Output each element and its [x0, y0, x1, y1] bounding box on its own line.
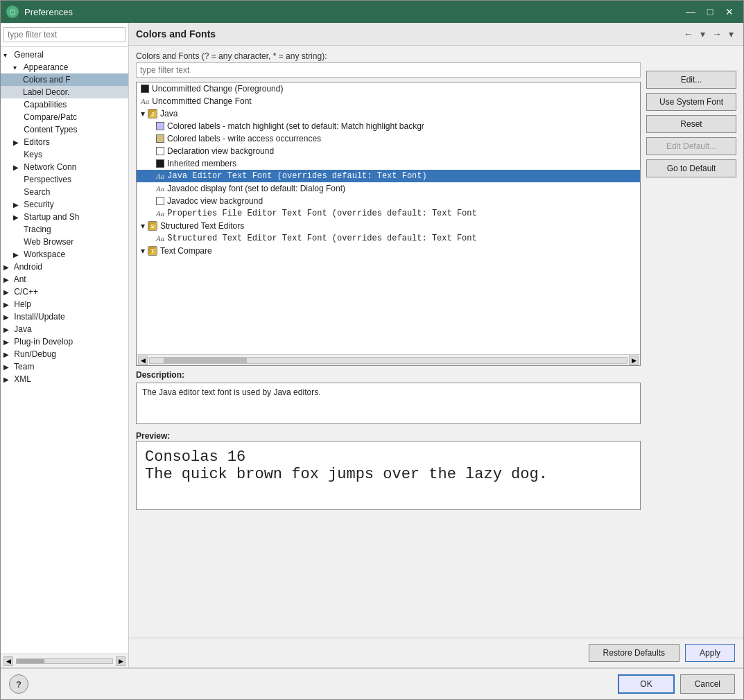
sidebar-item-network[interactable]: ▶ Network Conn: [1, 161, 128, 173]
reset-button[interactable]: Reset: [646, 115, 736, 133]
sidebar-item-workspace[interactable]: ▶ Workspace: [1, 248, 128, 261]
sidebar-item-java[interactable]: ▶ Java: [1, 323, 128, 335]
list-item[interactable]: Inherited members: [137, 157, 640, 170]
font-list-scrollbar: ◀ ▶: [137, 354, 640, 365]
apply-button[interactable]: Apply: [685, 644, 735, 662]
panel-nav: ← ▾ → ▾: [681, 27, 736, 41]
list-item-category-structured[interactable]: ▾ S Structured Text Editors: [137, 220, 640, 232]
edit-default-button[interactable]: Edit Default...: [646, 137, 736, 155]
sidebar-scrollbar: ◀ ▶: [1, 654, 128, 667]
ok-button[interactable]: OK: [618, 674, 674, 694]
font-list-container: Uncommitted Change (Foreground) Aa Uncom…: [136, 82, 641, 366]
dialog-action-buttons: OK Cancel: [618, 674, 735, 694]
list-item-java-editor-font[interactable]: Aa Java Editor Text Font (overrides defa…: [137, 170, 640, 182]
list-item[interactable]: Aa Properties File Editor Text Font (ove…: [137, 207, 640, 220]
list-item[interactable]: Javadoc view background: [137, 195, 640, 207]
help-button[interactable]: ?: [9, 674, 28, 694]
list-item[interactable]: Uncommitted Change (Foreground): [137, 82, 640, 95]
minimize-button[interactable]: —: [682, 3, 699, 20]
content-filter-input[interactable]: [136, 62, 641, 78]
list-item[interactable]: Aa Uncommitted Change Font: [137, 95, 640, 107]
sidebar-scroll-right[interactable]: ▶: [116, 656, 126, 666]
sidebar-tree: ▾ General ▾ Appearance Colors and F Labe…: [1, 47, 128, 654]
sidebar-item-capabilities[interactable]: Capabilities: [1, 98, 128, 111]
color-square-icon: [141, 85, 149, 93]
color-square-icon: [156, 159, 164, 168]
filter-label: Colors and Fonts (? = any character, * =…: [136, 51, 641, 61]
sidebar-item-keys[interactable]: Keys: [1, 148, 128, 161]
color-square-icon: [156, 134, 164, 143]
sidebar-item-web-browser[interactable]: Web Browser: [1, 236, 128, 248]
nav-forward-button[interactable]: →: [709, 27, 725, 41]
textcompare-category-icon: T: [148, 246, 157, 256]
right-panel: Colors and Fonts ← ▾ → ▾ Colors and Font…: [129, 23, 743, 667]
nav-forward-dropdown[interactable]: ▾: [726, 27, 736, 41]
sidebar-item-compare-patch[interactable]: Compare/Patc: [1, 111, 128, 123]
preview-line2: The quick brown fox jumps over the lazy …: [145, 466, 632, 483]
preview-line1: Consolas 16: [145, 448, 632, 466]
structured-category-icon: S: [148, 221, 157, 231]
sidebar-item-content-types[interactable]: Content Types: [1, 123, 128, 136]
list-item[interactable]: Declaration view background: [137, 145, 640, 157]
nav-back-dropdown[interactable]: ▾: [698, 27, 708, 41]
maximize-button[interactable]: □: [702, 3, 718, 20]
font-list: Uncommitted Change (Foreground) Aa Uncom…: [137, 82, 640, 354]
sidebar-item-install-update[interactable]: ▶ Install/Update: [1, 310, 128, 323]
content-area: Colors and Fonts (? = any character, * =…: [136, 51, 641, 632]
sidebar-item-label-decor[interactable]: Label Decor.: [1, 86, 128, 98]
preview-box: Consolas 16 The quick brown fox jumps ov…: [136, 441, 641, 510]
list-item-category-java[interactable]: ▾ J Java: [137, 107, 640, 120]
use-system-font-button[interactable]: Use System Font: [646, 93, 736, 111]
sidebar-scrollbar-track[interactable]: [16, 658, 113, 664]
restore-defaults-button[interactable]: Restore Defaults: [589, 644, 680, 662]
preview-label: Preview:: [136, 431, 641, 441]
bottom-action-bar: Restore Defaults Apply: [129, 638, 743, 667]
content-filter-area: Colors and Fonts (? = any character, * =…: [136, 51, 641, 78]
sidebar-scrollbar-thumb: [17, 659, 44, 663]
cancel-button[interactable]: Cancel: [680, 674, 735, 694]
sidebar-item-editors[interactable]: ▶ Editors: [1, 136, 128, 148]
sidebar-item-perspectives[interactable]: Perspectives: [1, 173, 128, 186]
expand-arrow-appearance: ▾: [13, 64, 21, 71]
sidebar-scroll-left[interactable]: ◀: [3, 656, 13, 666]
sidebar-item-android[interactable]: ▶ Android: [1, 261, 128, 273]
list-item[interactable]: Aa Structured Text Editor Text Font (ove…: [137, 232, 640, 245]
app-icon: ⬡: [6, 6, 19, 18]
titlebar: ⬡ Preferences — □ ✕: [1, 1, 743, 23]
description-area: Description: The Java editor text font i…: [136, 370, 641, 424]
list-item[interactable]: Colored labels - write access occurrence…: [137, 132, 640, 145]
go-to-default-button[interactable]: Go to Default: [646, 159, 736, 177]
sidebar-item-security[interactable]: ▶ Security: [1, 198, 128, 211]
sidebar-item-search[interactable]: Search: [1, 186, 128, 198]
list-item-category-textcompare[interactable]: ▾ T Text Compare: [137, 245, 640, 257]
expand-arrow-textcompare: ▾: [141, 246, 145, 256]
preview-area: Preview: Consolas 16 The quick brown fox…: [136, 428, 641, 510]
aa-icon: Aa: [156, 234, 164, 243]
color-square-icon: [156, 197, 164, 205]
list-item[interactable]: Colored labels - match highlight (set to…: [137, 120, 640, 132]
sidebar-item-xml[interactable]: ▶ XML: [1, 373, 128, 385]
expand-arrow-general: ▾: [3, 51, 12, 59]
sidebar-item-startup[interactable]: ▶ Startup and Sh: [1, 211, 128, 223]
sidebar-item-tracing[interactable]: Tracing: [1, 223, 128, 236]
list-item[interactable]: Aa Javadoc display font (set to default:…: [137, 182, 640, 195]
edit-button[interactable]: Edit...: [646, 71, 736, 89]
sidebar-filter-input[interactable]: [3, 27, 126, 42]
nav-back-button[interactable]: ←: [681, 27, 696, 41]
sidebar-item-plugin-develop[interactable]: ▶ Plug-in Develop: [1, 335, 128, 348]
sidebar: ▾ General ▾ Appearance Colors and F Labe…: [1, 23, 129, 667]
sidebar-item-help[interactable]: ▶ Help: [1, 298, 128, 310]
close-button[interactable]: ✕: [721, 3, 738, 20]
hscroll-right[interactable]: ▶: [629, 356, 639, 365]
sidebar-item-colors-fonts[interactable]: Colors and F: [1, 73, 128, 86]
hscroll-track[interactable]: [149, 357, 628, 364]
hscroll-left[interactable]: ◀: [138, 356, 148, 365]
sidebar-item-appearance[interactable]: ▾ Appearance: [1, 61, 128, 73]
sidebar-item-cpp[interactable]: ▶ C/C++: [1, 286, 128, 298]
panel-header: Colors and Fonts ← ▾ → ▾: [129, 23, 743, 46]
sidebar-item-general[interactable]: ▾ General: [1, 49, 128, 61]
sidebar-item-ant[interactable]: ▶ Ant: [1, 273, 128, 286]
color-square-icon: [156, 147, 164, 155]
sidebar-item-run-debug[interactable]: ▶ Run/Debug: [1, 348, 128, 360]
sidebar-item-team[interactable]: ▶ Team: [1, 360, 128, 373]
